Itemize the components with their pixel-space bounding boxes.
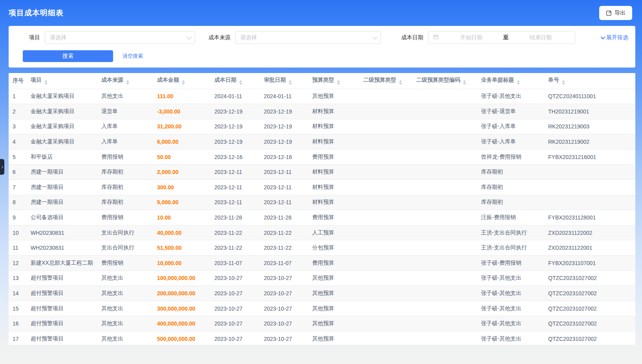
cell-doc_no: TH20231219001 xyxy=(544,104,635,119)
export-button[interactable]: 导出 xyxy=(599,6,632,20)
date-range-separator: 至 xyxy=(501,34,511,41)
cell-approval_date: 2023-12-11 xyxy=(260,195,308,210)
sort-icon[interactable] xyxy=(239,80,242,85)
cell-doc_no: RK20231219003 xyxy=(544,119,635,134)
cell-approval_date: 2023-11-28 xyxy=(260,210,308,225)
cell-approval_date: 2023-11-07 xyxy=(260,256,308,271)
cell-project: 公司备选项目 xyxy=(27,210,97,225)
cell-project: 金融大厦采购项目 xyxy=(27,119,97,134)
page-title: 项目成本明细表 xyxy=(9,8,64,18)
cell-project: 房建一期项目 xyxy=(27,180,97,195)
project-select-placeholder: 请选择 xyxy=(50,34,183,41)
sort-icon[interactable] xyxy=(126,80,129,85)
cell-doc_no: ZXD20231122002 xyxy=(544,225,635,240)
cell-doc_title: 曾祥龙-费用报销 xyxy=(477,149,544,165)
cell-doc_title: 张子硕-退货单 xyxy=(477,104,544,119)
cell-approval_date: 2024-01-11 xyxy=(260,89,308,104)
column-header-project[interactable]: 项目 xyxy=(27,73,97,89)
column-header-cost_date[interactable]: 成本日期 xyxy=(210,73,260,89)
search-button[interactable]: 搜索 xyxy=(23,50,113,62)
cell-budget_type: 材料预算 xyxy=(308,195,359,210)
cell-doc_no: QTZC20231027002 xyxy=(544,331,635,345)
cell-budget_type: 材料预算 xyxy=(308,119,359,134)
column-header-source[interactable]: 成本来源 xyxy=(97,73,153,89)
sort-icon[interactable] xyxy=(337,80,340,85)
end-date-input[interactable]: 结束日期 xyxy=(511,34,571,41)
cell-budget_type: 费用预算 xyxy=(308,149,359,165)
source-select-placeholder: 请选择 xyxy=(240,34,369,41)
cell-index: 8 xyxy=(9,195,27,210)
sort-icon[interactable] xyxy=(182,80,185,85)
cell-sub_budget_type xyxy=(359,180,412,195)
cell-amount: 2,000.00 xyxy=(153,165,210,180)
project-select[interactable]: 请选择 xyxy=(45,31,195,44)
cell-sub_budget_type xyxy=(359,210,412,225)
cell-cost_date: 2023-12-16 xyxy=(210,149,260,165)
cell-approval_date: 2023-10-27 xyxy=(260,301,308,316)
table-row: 2金融大厦采购项目退货单-3,000.002023-12-192023-12-1… xyxy=(9,104,635,119)
cell-source: 入库单 xyxy=(97,134,153,150)
cell-cost_date: 2023-12-19 xyxy=(210,104,260,119)
cell-approval_date: 2023-12-11 xyxy=(260,180,308,195)
drawer-handle[interactable] xyxy=(0,159,4,175)
start-date-input[interactable]: 开始日期 xyxy=(442,34,501,41)
clear-search-link[interactable]: 清空搜索 xyxy=(123,53,143,60)
cell-sub_budget_type xyxy=(359,271,412,286)
column-header-doc_no[interactable]: 单号 xyxy=(544,73,635,89)
cost-detail-table: 序号项目成本来源成本金额成本日期审批日期预算类型二级预算类型二级预算类型编码业务… xyxy=(9,73,635,345)
cell-cost_date: 2023-12-19 xyxy=(210,134,260,150)
expand-filters-link[interactable]: 展开筛选 xyxy=(601,34,628,41)
cell-index: 7 xyxy=(9,180,27,195)
sort-icon[interactable] xyxy=(562,80,565,85)
cell-project: 新建XX总部大厦工程二期 xyxy=(27,256,97,271)
cell-index: 6 xyxy=(9,165,27,180)
cell-doc_title: 汪振-费用报销 xyxy=(477,210,544,225)
cell-amount: -3,000.00 xyxy=(153,104,210,119)
sort-icon[interactable] xyxy=(517,80,520,85)
column-label: 审批日期 xyxy=(264,77,286,83)
calendar-icon xyxy=(433,34,439,41)
cell-sub_budget_code xyxy=(412,134,477,150)
column-header-sub_budget_type[interactable]: 二级预算类型 xyxy=(359,73,412,89)
table-row: 10WH20230831支出合同执行40,000.002023-11-22202… xyxy=(9,225,635,240)
cell-project: 超付预警项目 xyxy=(27,316,97,331)
cell-project: 金融大厦采购项目 xyxy=(27,89,97,104)
cell-cost_date: 2023-10-27 xyxy=(210,301,260,316)
cost-date-range-picker[interactable]: 开始日期 至 结束日期 xyxy=(428,31,575,44)
sort-icon[interactable] xyxy=(289,80,292,85)
sort-icon[interactable] xyxy=(463,80,466,85)
cell-index: 10 xyxy=(9,225,27,240)
source-select[interactable]: 请选择 xyxy=(235,31,381,44)
table-row: 12新建XX总部大厦工程二期费用报销10,000.002023-11-07202… xyxy=(9,256,635,271)
cell-sub_budget_type xyxy=(359,301,412,316)
cell-amount: 10.00 xyxy=(153,210,210,225)
column-label: 成本来源 xyxy=(101,77,123,83)
cell-doc_no: QTZC20231027002 xyxy=(544,316,635,331)
cell-sub_budget_type xyxy=(359,240,412,256)
sort-icon[interactable] xyxy=(399,80,402,85)
column-header-amount[interactable]: 成本金额 xyxy=(153,73,210,89)
cell-cost_date: 2023-11-22 xyxy=(210,225,260,240)
cell-amount: 5,000.00 xyxy=(153,195,210,210)
cell-budget_type: 费用预算 xyxy=(308,256,359,271)
export-icon xyxy=(606,10,612,16)
column-header-doc_title[interactable]: 业务单据标题 xyxy=(477,73,544,89)
cell-sub_budget_type xyxy=(359,89,412,104)
column-header-budget_type[interactable]: 预算类型 xyxy=(308,73,359,89)
cell-amount: 111.00 xyxy=(153,89,210,104)
column-label: 预算类型 xyxy=(312,77,334,83)
cell-source: 支出合同执行 xyxy=(97,225,153,240)
cell-budget_type: 其他预算 xyxy=(308,331,359,345)
column-header-sub_budget_code[interactable]: 二级预算类型编码 xyxy=(412,73,477,89)
table-row: 7房建一期项目库存期初300.002023-12-112023-12-11材料预… xyxy=(9,180,635,195)
cell-cost_date: 2024-01-11 xyxy=(210,89,260,104)
cell-sub_budget_type xyxy=(359,134,412,150)
cell-sub_budget_type xyxy=(359,286,412,301)
cell-budget_type: 材料预算 xyxy=(308,104,359,119)
sort-icon[interactable] xyxy=(44,80,48,85)
column-label: 二级预算类型编码 xyxy=(416,77,460,83)
cell-sub_budget_type xyxy=(359,104,412,119)
column-header-approval_date[interactable]: 审批日期 xyxy=(260,73,308,89)
cell-project: 和平饭店 xyxy=(27,149,97,165)
cell-sub_budget_code xyxy=(412,331,477,345)
